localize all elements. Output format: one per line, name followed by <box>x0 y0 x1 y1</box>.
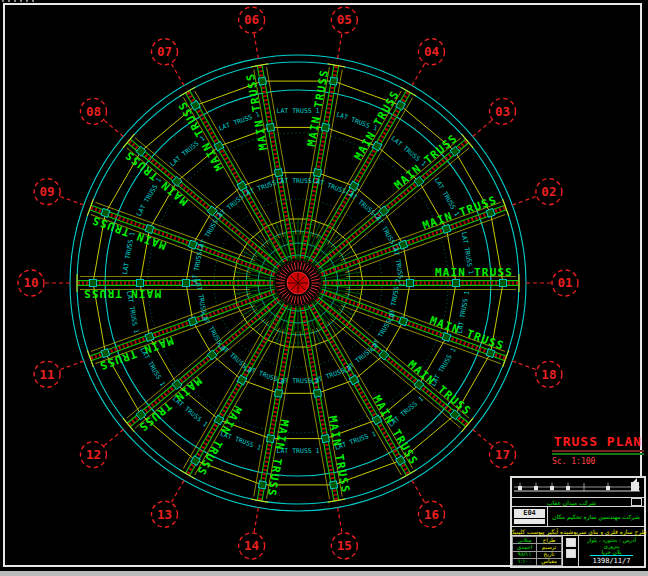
bubble-leader <box>254 508 258 533</box>
grid-bubble-17[interactable]: 17 <box>490 442 516 468</box>
bubble-leader <box>512 361 535 370</box>
grid-bubble-14[interactable]: 14 <box>239 533 265 559</box>
table-label: مقیاس <box>537 558 562 565</box>
grid-bubble-12[interactable]: 12 <box>80 442 106 468</box>
node-plate <box>313 389 321 397</box>
lat-truss-label: LAT TRUSS 1 <box>390 134 428 168</box>
grid-bubble-15[interactable]: 15 <box>331 533 357 559</box>
main-truss-spoke[interactable]: MAIN TRUSS <box>293 305 358 534</box>
engineer-company: شرکت مهندسین سازه تحکیم مکان <box>548 507 644 526</box>
lat-truss-label: LAT TRUSS 1 <box>168 134 206 168</box>
table-row: ۹۸/۱۱ تاریخ <box>513 551 562 558</box>
hub-tick <box>300 262 301 269</box>
bubble-number: 07 <box>157 44 172 59</box>
drawing-title: TRUSS PLAN <box>552 434 644 449</box>
main-truss-spoke[interactable]: MAIN TRUSS <box>323 266 551 292</box>
grid-bubble-08[interactable]: 08 <box>80 98 106 124</box>
node-plate <box>183 280 190 287</box>
bubble-leader <box>172 64 185 86</box>
drawing-title-group: TRUSS PLAN Sc. 1:100 <box>552 434 644 466</box>
bubble-leader <box>473 430 492 446</box>
main-truss-spoke[interactable]: MAIN TRUSS <box>237 32 302 261</box>
hub-tick <box>305 295 309 301</box>
bubble-leader <box>60 361 83 370</box>
bubble-leader <box>60 196 83 205</box>
hub-tick <box>310 273 316 277</box>
table-row: احمدی ترسیم <box>513 544 562 551</box>
hub-tick <box>278 276 285 279</box>
grid-bubble-06[interactable]: 06 <box>239 7 265 33</box>
bubble-number: 09 <box>40 184 55 199</box>
grid-bubble-18[interactable]: 18 <box>536 361 562 387</box>
hub-tick <box>305 265 309 271</box>
lat-truss-label: LAT TRUSS 1 <box>276 107 319 115</box>
table-value: میلانی <box>513 537 537 544</box>
bubble-number: 01 <box>557 275 572 290</box>
bubble-leader <box>512 196 535 205</box>
bubble-leader <box>104 120 123 136</box>
hub-tick <box>277 285 284 286</box>
grid-bubble-10[interactable]: 10 <box>18 270 44 296</box>
hub-tick <box>311 285 318 286</box>
node-plate <box>330 77 338 85</box>
grid-bubble-02[interactable]: 02 <box>536 179 562 205</box>
grid-bubble-05[interactable]: 05 <box>331 7 357 33</box>
bubble-number: 18 <box>541 367 556 382</box>
main-truss-spoke[interactable]: MAIN TRUSS <box>245 306 310 535</box>
grid-bubble-01[interactable]: 01 <box>552 270 578 296</box>
bubble-number: 16 <box>424 507 439 522</box>
node-plate <box>407 280 414 287</box>
hub-tick <box>277 279 284 280</box>
node-plate <box>330 481 338 489</box>
truss-chord <box>300 308 334 501</box>
bubble-leader <box>338 34 342 59</box>
truss-web-hatch <box>90 292 274 359</box>
revision-box <box>631 498 642 506</box>
main-truss-spoke[interactable]: MAIN TRUSS <box>45 274 273 300</box>
address-line: آدرس : بجنورد ، بلوار پیروزی <box>581 537 642 549</box>
stamp-box <box>566 538 576 547</box>
truss-chord <box>262 65 296 258</box>
node-plate <box>258 77 266 85</box>
main-truss-spoke[interactable]: MAIN TRUSS <box>54 188 277 290</box>
truss-web-hatch <box>90 207 274 274</box>
sheet-code-box: E04 <box>512 507 548 526</box>
logo-stamp <box>514 519 545 524</box>
node-plate <box>137 280 144 287</box>
hub-tick <box>291 263 294 270</box>
table-value: ۱:۱۰۰ <box>513 558 537 565</box>
grid-bubble-16[interactable]: 16 <box>419 501 445 527</box>
grid-bubble-07[interactable]: 07 <box>152 39 178 65</box>
hub-tick <box>310 290 316 294</box>
main-truss-label: MAIN TRUSS <box>136 374 204 434</box>
node-plate <box>453 280 460 287</box>
bubble-number: 11 <box>40 367 55 382</box>
grid-bubble-03[interactable]: 03 <box>490 98 516 124</box>
node-plate <box>321 435 329 443</box>
grid-bubble-11[interactable]: 11 <box>34 361 60 387</box>
signature-table: میلانی طراح احمدی ترسیم ۹۸/۱۱ تاریخ ۱:۱۰… <box>512 536 562 566</box>
bubble-number: 17 <box>495 447 510 462</box>
sheet-info: آدرس : بجنورد ، بلوار پیروزی پلان خرپا 1… <box>579 536 644 566</box>
company-name: شرکت میدان عقاب <box>514 499 629 506</box>
grid-bubble-04[interactable]: 04 <box>419 39 445 65</box>
sheet-code: E04 <box>514 509 545 518</box>
truss-web-hatch <box>321 292 505 359</box>
hub-tick <box>311 279 318 280</box>
stamp-box <box>566 549 576 558</box>
truss-edge-line <box>300 331 330 498</box>
hub-tick <box>294 296 295 303</box>
truss-web-hatch <box>321 207 505 274</box>
grid-bubble-13[interactable]: 13 <box>152 501 178 527</box>
hub-tick <box>311 276 318 279</box>
lat-truss-label: LAT TRUSS 1 <box>276 447 319 455</box>
lat-truss-label: LAT TRUSS 1 <box>135 176 163 217</box>
grid-bubble-09[interactable]: 09 <box>34 179 60 205</box>
main-truss-spoke[interactable]: MAIN TRUSS <box>286 31 351 260</box>
hub-tick <box>291 296 294 303</box>
bubble-leader <box>104 430 123 446</box>
node-plate <box>274 389 282 397</box>
node-plate <box>258 481 266 489</box>
bubble-number: 05 <box>337 12 352 27</box>
node-plate <box>500 280 507 287</box>
